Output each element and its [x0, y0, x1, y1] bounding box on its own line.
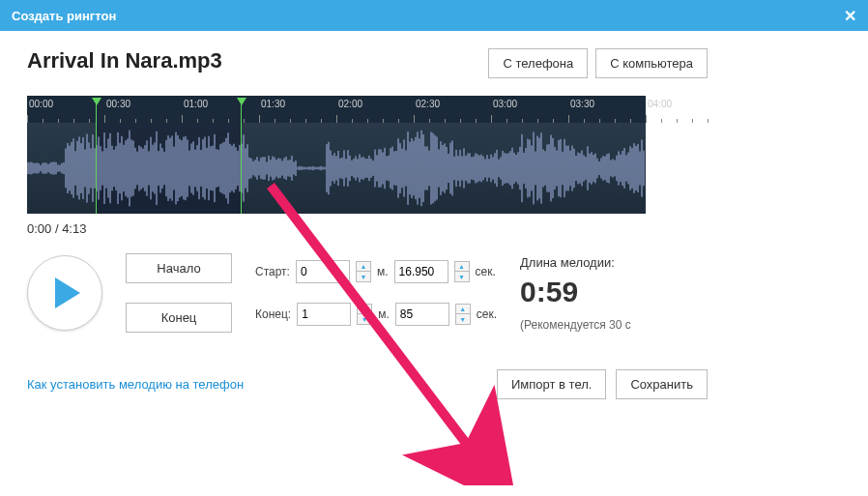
end-time-row: Конец: ▲▼ м. ▲▼ сек.: [255, 303, 497, 326]
ruler-label: 01:00: [184, 99, 208, 109]
ruler-label: 03:00: [493, 99, 517, 109]
end-sec-input[interactable]: [395, 303, 449, 326]
ruler-label: 00:00: [29, 99, 53, 109]
length-column: Длина мелодии: 0:59 (Рекомендуется 30 с: [520, 255, 631, 332]
start-min-spinner[interactable]: ▲▼: [356, 261, 371, 282]
chevron-up-icon[interactable]: ▲: [358, 305, 371, 314]
waveform-svg: [27, 123, 646, 214]
save-button[interactable]: Сохранить: [616, 369, 708, 399]
chevron-down-icon[interactable]: ▼: [456, 314, 470, 324]
footer-row: Как установить мелодию на телефон Импорт…: [27, 369, 708, 399]
main-content: Arrival In Nara.mp3 С телефона С компьют…: [0, 31, 735, 411]
set-start-button[interactable]: Начало: [126, 253, 232, 283]
min-unit-2: м.: [378, 307, 390, 321]
selection-end-marker[interactable]: [237, 96, 246, 123]
file-name: Arrival In Nara.mp3: [27, 48, 222, 73]
chevron-up-icon[interactable]: ▲: [357, 262, 370, 272]
set-end-button[interactable]: Конец: [126, 303, 232, 333]
start-sec-spinner[interactable]: ▲▼: [454, 261, 470, 282]
chevron-up-icon[interactable]: ▲: [455, 262, 469, 272]
action-buttons: Импорт в тел. Сохранить: [497, 369, 708, 399]
ruler-label: 04:00: [648, 99, 672, 109]
sec-unit: сек.: [476, 265, 496, 278]
length-recommendation: (Рекомендуется 30 с: [520, 318, 631, 332]
start-sec-input[interactable]: [394, 260, 448, 283]
time-ruler[interactable]: 00:0000:3001:0001:3002:0002:3003:0003:30…: [27, 96, 646, 123]
waveform-area: 00:0000:3001:0001:3002:0002:3003:0003:30…: [27, 96, 646, 236]
length-label: Длина мелодии:: [520, 255, 631, 270]
start-min-input[interactable]: [296, 260, 350, 283]
from-computer-button[interactable]: С компьютера: [595, 48, 708, 78]
header-row: Arrival In Nara.mp3 С телефона С компьют…: [27, 48, 708, 78]
end-label: Конец:: [255, 307, 291, 321]
title-bar: Создать рингтон ✕: [0, 0, 868, 31]
chevron-up-icon[interactable]: ▲: [456, 305, 470, 314]
time-inputs: Старт: ▲▼ м. ▲▼ сек. Конец: ▲▼ м. ▲▼ сек…: [255, 260, 497, 326]
ruler-label: 01:30: [261, 99, 285, 109]
chevron-down-icon[interactable]: ▼: [358, 314, 371, 324]
ruler-label: 00:30: [106, 99, 130, 109]
from-phone-button[interactable]: С телефона: [488, 48, 588, 78]
source-buttons: С телефона С компьютера: [488, 48, 708, 78]
end-sec-spinner[interactable]: ▲▼: [455, 304, 471, 325]
selection-start-marker[interactable]: [92, 96, 101, 123]
close-icon[interactable]: ✕: [844, 7, 856, 25]
ruler-label: 02:30: [416, 99, 440, 109]
play-button[interactable]: [27, 255, 102, 331]
start-label: Старт:: [255, 265, 290, 278]
min-unit: м.: [377, 265, 389, 278]
import-button[interactable]: Импорт в тел.: [497, 369, 606, 399]
ruler-label: 03:30: [570, 99, 594, 109]
start-time-row: Старт: ▲▼ м. ▲▼ сек.: [255, 260, 497, 283]
playback-time: 0:00 / 4:13: [27, 221, 646, 236]
controls-row: Начало Конец Старт: ▲▼ м. ▲▼ сек. Конец:…: [27, 253, 708, 333]
length-value: 0:59: [520, 276, 631, 308]
ruler-label: 02:00: [338, 99, 362, 109]
waveform-canvas[interactable]: [27, 123, 646, 214]
end-min-input[interactable]: [297, 303, 351, 326]
help-link[interactable]: Как установить мелодию на телефон: [27, 377, 244, 392]
end-min-spinner[interactable]: ▲▼: [357, 304, 372, 325]
play-icon: [55, 277, 80, 308]
chevron-down-icon[interactable]: ▼: [455, 272, 469, 281]
chevron-down-icon[interactable]: ▼: [357, 272, 370, 281]
window-title: Создать рингтон: [12, 9, 116, 23]
sec-unit-2: сек.: [477, 307, 497, 321]
range-buttons-col: Начало Конец: [126, 253, 232, 333]
